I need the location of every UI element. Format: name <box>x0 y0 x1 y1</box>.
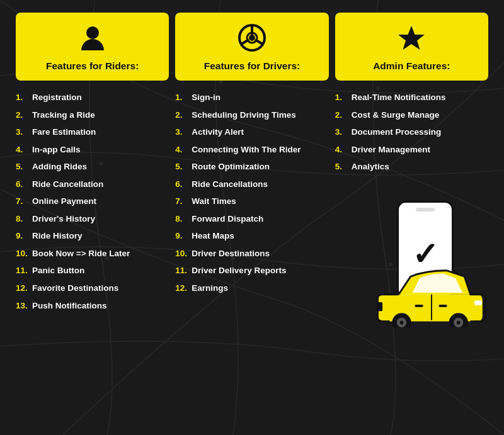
list-item-number: 12. <box>16 283 30 294</box>
list-item-label: Cost & Surge Manage <box>352 110 440 121</box>
list-item-number: 3. <box>16 127 30 138</box>
list-item-number: 5. <box>16 161 30 172</box>
list-item: 5.Adding Rides <box>16 161 169 172</box>
list-item-label: Forward Dispatch <box>192 213 263 225</box>
list-item-number: 5. <box>335 161 349 172</box>
drivers-header-box: Features for Drivers: <box>175 13 328 81</box>
svg-rect-24 <box>474 300 481 305</box>
list-item-number: 11. <box>16 265 30 276</box>
list-item: 6.Ride Cancellation <box>16 179 169 190</box>
list-item-label: Driver Destinations <box>192 248 270 259</box>
svg-point-23 <box>457 321 461 325</box>
list-item-label: Ride Cancellation <box>32 179 103 190</box>
list-item-label: Ride Cancellations <box>192 179 268 190</box>
car-illustration <box>372 268 491 330</box>
list-item-label: Earnings <box>192 283 228 294</box>
admin-feature-list: 1.Real-Time Notifications2.Cost & Surge … <box>335 92 488 172</box>
list-item: 4.Connecting With The Rider <box>175 144 328 155</box>
admin-column: Admin Features: 1.Real-Time Notification… <box>335 13 488 317</box>
list-item: 1.Sign-in <box>175 92 328 103</box>
riders-header-title: Features for Riders: <box>25 60 159 72</box>
main-content: Features for Riders: 1.Registration2.Tra… <box>0 0 504 330</box>
svg-rect-27 <box>438 305 447 307</box>
list-item-number: 9. <box>16 230 30 242</box>
list-item-number: 13. <box>16 300 30 312</box>
list-item-label: Real-Time Notifications <box>352 92 446 103</box>
list-item-label: Activity Alert <box>192 127 244 138</box>
list-item-label: Registration <box>32 92 82 103</box>
list-item-number: 4. <box>16 144 30 155</box>
list-item-label: Analytics <box>352 161 389 172</box>
list-item-number: 4. <box>335 144 349 155</box>
list-item-number: 10. <box>16 248 30 259</box>
list-item: 9.Heat Maps <box>175 230 328 242</box>
svg-rect-17 <box>378 295 483 322</box>
riders-column: Features for Riders: 1.Registration2.Tra… <box>16 13 169 317</box>
list-item-number: 7. <box>16 196 30 207</box>
riders-header-box: Features for Riders: <box>16 13 169 81</box>
list-item: 8.Driver's History <box>16 213 169 225</box>
list-item: 12.Earnings <box>175 283 328 294</box>
list-item-number: 6. <box>16 179 30 190</box>
list-item: 4.Driver Management <box>335 144 488 155</box>
list-item-label: Sign-in <box>192 92 220 103</box>
list-item-number: 6. <box>175 179 189 190</box>
list-item-number: 11. <box>175 265 189 276</box>
list-item-label: Wait Times <box>192 196 236 207</box>
list-item-number: 1. <box>16 92 30 103</box>
svg-point-9 <box>86 26 99 39</box>
list-item-number: 8. <box>175 213 189 225</box>
list-item-label: Scheduling Driving Times <box>192 110 296 121</box>
list-item-label: Book Now => Ride Later <box>32 248 130 259</box>
list-item-label: Route Optimization <box>192 161 270 172</box>
star-icon <box>345 24 479 55</box>
list-item-number: 3. <box>335 127 349 138</box>
list-item-label: Driver's History <box>32 213 95 225</box>
drivers-feature-list: 1.Sign-in2.Scheduling Driving Times3.Act… <box>175 92 328 294</box>
list-item: 5.Route Optimization <box>175 161 328 172</box>
list-item-number: 7. <box>175 196 189 207</box>
svg-marker-16 <box>398 26 425 50</box>
list-item: 9.Ride History <box>16 230 169 242</box>
list-item-label: Heat Maps <box>192 230 234 242</box>
riders-feature-list: 1.Registration2.Tracking a Ride3.Fare Es… <box>16 92 169 311</box>
list-item-number: 1. <box>335 92 349 103</box>
list-item: 12.Favorite Destinations <box>16 283 169 294</box>
list-item-label: Driver Delivery Reports <box>192 265 286 276</box>
list-item-number: 5. <box>175 161 189 172</box>
list-item-label: Document Processing <box>352 127 442 138</box>
steering-wheel-icon <box>185 24 319 55</box>
admin-header-title: Admin Features: <box>345 60 479 72</box>
svg-point-20 <box>400 321 404 325</box>
list-item: 2.Scheduling Driving Times <box>175 110 328 121</box>
drivers-header-title: Features for Drivers: <box>185 60 319 72</box>
list-item-number: 2. <box>16 110 30 121</box>
list-item-number: 10. <box>175 248 189 259</box>
svg-rect-26 <box>415 305 423 307</box>
list-item-label: Driver Management <box>352 144 430 155</box>
list-item: 3.Document Processing <box>335 127 488 138</box>
list-item: 1.Real-Time Notifications <box>335 92 488 103</box>
list-item: 4.In-app Calls <box>16 144 169 155</box>
list-item-label: Online Payment <box>32 196 96 207</box>
list-item: 8.Forward Dispatch <box>175 213 328 225</box>
list-item-label: Connecting With The Rider <box>192 144 301 155</box>
svg-point-11 <box>249 35 255 41</box>
list-item-label: Tracking a Ride <box>32 110 95 121</box>
list-item-label: Ride History <box>32 230 83 242</box>
list-item-number: 2. <box>175 110 189 121</box>
list-item: 13.Push Notifications <box>16 300 169 312</box>
list-item-number: 12. <box>175 283 189 294</box>
list-item: 3.Fare Estimation <box>16 127 169 138</box>
list-item: 7.Wait Times <box>175 196 328 207</box>
admin-header-box: Admin Features: <box>335 13 488 81</box>
list-item-label: Push Notifications <box>32 300 107 312</box>
list-item: 10.Driver Destinations <box>175 248 328 259</box>
list-item-number: 4. <box>175 144 189 155</box>
list-item-number: 8. <box>16 213 30 225</box>
list-item: 1.Registration <box>16 92 169 103</box>
list-item-label: Adding Rides <box>32 161 87 172</box>
list-item: 5.Analytics <box>335 161 488 172</box>
list-item: 6.Ride Cancellations <box>175 179 328 190</box>
list-item-label: Favorite Destinations <box>32 283 118 294</box>
